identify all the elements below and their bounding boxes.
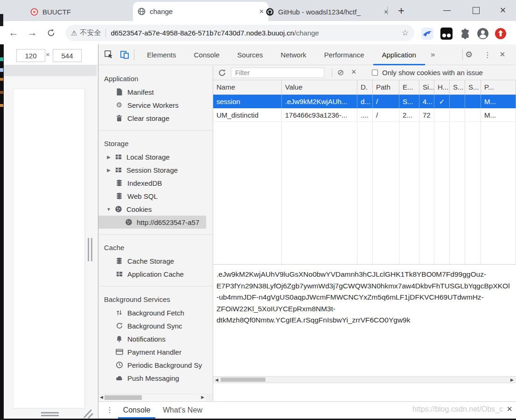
scroll-right-icon[interactable]: ▶ xyxy=(201,395,204,399)
cookie-row-session-selected[interactable]: session .eJw9kM2KwjAUh... d... / S... 4.… xyxy=(213,95,516,108)
sidebar-item-clear-storage[interactable]: Clear storage xyxy=(98,112,213,125)
scrollbar-thumb[interactable] xyxy=(105,395,142,400)
column-header-expires[interactable]: E... xyxy=(399,80,419,94)
devtools-tab-sources[interactable]: Sources xyxy=(229,44,272,65)
sidebar-item-session-storage[interactable]: ▶ Session Storage xyxy=(98,163,213,176)
devtools-kebab-menu-icon[interactable]: ⋮ xyxy=(484,44,491,65)
window-close-button[interactable]: × xyxy=(494,4,512,17)
chrome-update-icon[interactable] xyxy=(495,28,507,40)
column-header-samesite[interactable]: S... xyxy=(465,80,481,94)
sidebar-item-background-fetch[interactable]: Background Fetch xyxy=(98,306,213,319)
sidebar-item-manifest[interactable]: Manifest xyxy=(98,85,213,98)
extensions-puzzle-icon[interactable] xyxy=(459,28,471,40)
expand-down-icon[interactable]: ▼ xyxy=(105,207,112,212)
devtools-settings-gear-icon[interactable]: ⚙ xyxy=(465,44,473,65)
column-header-priority[interactable]: P... xyxy=(481,80,516,94)
column-header-httponly[interactable]: H... xyxy=(434,80,450,94)
scrollbar-thumb[interactable] xyxy=(221,378,265,382)
new-tab-button[interactable]: + xyxy=(394,4,408,18)
cookie-icon xyxy=(114,205,122,213)
left-edge-strip xyxy=(0,44,4,420)
cookie-value-preview[interactable]: .eJw9kM2KwjAUhV9luGsXNo0bwYVDamnh3hCJLcl… xyxy=(213,264,516,376)
address-bar[interactable]: ⚠ 不安全 d6523547-a57e-4958-8a26-571b7c7430… xyxy=(65,25,414,41)
drawer-tab-console[interactable]: Console xyxy=(118,402,155,419)
bookmark-star-icon[interactable]: ☆ xyxy=(402,28,409,38)
sidebar-item-cookie-origin-selected[interactable]: http://d6523547-a57 xyxy=(98,216,206,229)
devtools-tab-console[interactable]: Console xyxy=(185,44,229,65)
more-tabs-chevron[interactable]: » xyxy=(431,44,435,65)
expand-right-icon[interactable]: ▶ xyxy=(105,168,112,173)
scroll-right-icon[interactable]: ▶ xyxy=(510,378,514,382)
sidebar-item-cookies[interactable]: ▼ Cookies xyxy=(98,203,213,216)
cookie-row-um-distinctid[interactable]: UM_distinctid 176466c93a1236-... .... / … xyxy=(213,108,516,122)
cookie-filter-input[interactable] xyxy=(231,68,324,78)
sidebar-item-payment-handler[interactable]: Payment Handler xyxy=(98,345,213,358)
expand-right-icon[interactable]: ▶ xyxy=(105,154,112,160)
delete-all-block-icon[interactable]: ⊘ xyxy=(337,68,344,77)
section-title: Storage xyxy=(98,137,213,150)
sidebar-item-push-messaging[interactable]: Push Messaging xyxy=(98,371,213,385)
column-header-size[interactable]: Si... xyxy=(419,80,434,94)
scroll-left-icon[interactable]: ◀ xyxy=(215,378,218,382)
cookie-pane-horizontal-scrollbar[interactable]: ◀ ▶ xyxy=(213,376,516,383)
column-header-domain[interactable]: D. xyxy=(357,80,373,94)
address-divider xyxy=(105,29,106,37)
device-toolbar-toggle-button[interactable] xyxy=(119,49,130,60)
cookie-icon xyxy=(125,218,132,226)
device-width-input[interactable] xyxy=(16,49,45,62)
strip-segment xyxy=(0,104,3,107)
viewport-resize-handle-corner[interactable] xyxy=(82,408,94,419)
devtools-tab-application[interactable]: Application xyxy=(373,44,425,65)
scroll-left-icon[interactable]: ◀ xyxy=(100,395,103,399)
cookie-name: session xyxy=(213,95,282,108)
sidebar-item-application-cache[interactable]: Application Cache xyxy=(98,267,213,280)
sidebar-item-cache-storage[interactable]: Cache Storage xyxy=(98,254,213,267)
drawer-kebab-menu-icon[interactable]: ⋮ xyxy=(106,402,113,419)
sidebar-item-service-workers[interactable]: ⚙ Service Workers xyxy=(98,98,213,112)
device-height-input[interactable] xyxy=(53,49,82,62)
column-header-secure[interactable]: S... xyxy=(450,80,465,94)
url-host[interactable]: d6523547-a57e-4958-8a26-571b7c7430d7.nod… xyxy=(111,29,294,37)
url-path[interactable]: /change xyxy=(294,29,319,37)
sidebar-section-cache: Cache Cache Storage Application Cache xyxy=(98,235,213,280)
cookie-value: 176466c93a1236-... xyxy=(282,108,357,121)
refresh-icon[interactable] xyxy=(218,69,226,77)
profile-avatar-icon[interactable] xyxy=(477,28,489,40)
window-maximize-button[interactable] xyxy=(467,4,485,17)
sidebar-item-background-sync[interactable]: Background Sync xyxy=(98,319,213,332)
issue-filter-label[interactable]: Only show cookies with an issue xyxy=(382,69,483,77)
window-minimize-button[interactable]: — xyxy=(438,4,456,17)
extension-bird-icon[interactable] xyxy=(421,28,433,40)
sidebar-item-periodic-background-sync[interactable]: Periodic Background Sy xyxy=(98,358,213,371)
issue-filter-checkbox[interactable] xyxy=(372,70,378,76)
viewport-resize-handle-bottom[interactable] xyxy=(41,412,59,418)
devtools-tab-network[interactable]: Network xyxy=(272,44,315,65)
viewport-resize-handle-right[interactable] xyxy=(88,238,94,261)
sidebar-item-notifications[interactable]: Notifications xyxy=(98,332,213,345)
devtools-close-icon[interactable]: × xyxy=(500,44,505,65)
reload-button[interactable] xyxy=(44,26,58,39)
drawer-tab-whats-new[interactable]: What's New xyxy=(161,402,204,419)
column-header-value[interactable]: Value xyxy=(282,80,357,94)
column-header-name[interactable]: Name xyxy=(213,80,282,94)
back-button[interactable]: ← xyxy=(7,26,21,39)
column-header-path[interactable]: Path xyxy=(373,80,399,94)
extension-tampermonkey-icon[interactable] xyxy=(440,28,453,40)
sidebar-item-web-sql[interactable]: Web SQL xyxy=(98,189,213,203)
forward-button[interactable]: → xyxy=(25,26,39,39)
watermark-close-icon[interactable]: × xyxy=(507,404,512,414)
sidebar-item-indexeddb[interactable]: IndexedDB xyxy=(98,176,213,189)
browser-tab-change-active[interactable]: change × xyxy=(133,2,268,21)
not-secure-label[interactable]: 不安全 xyxy=(80,28,101,37)
clear-icon[interactable]: × xyxy=(351,67,356,77)
tab-title: BUUCTF xyxy=(42,8,128,16)
sidebar-horizontal-scrollbar[interactable]: ◀ ▶ xyxy=(98,394,206,401)
devtools-tab-performance[interactable]: Performance xyxy=(315,44,373,65)
inspect-element-button[interactable] xyxy=(103,49,114,60)
browser-tab-buuctf[interactable]: BUUCTF × xyxy=(26,4,141,20)
devtools-tab-elements[interactable]: Elements xyxy=(138,44,185,65)
globe-favicon-icon xyxy=(138,7,146,15)
sidebar-item-local-storage[interactable]: ▶ Local Storage xyxy=(98,150,213,163)
device-viewport[interactable] xyxy=(13,89,85,408)
browser-tab-github[interactable]: GitHub - woadsl1234/hctf_ × xyxy=(261,4,393,20)
